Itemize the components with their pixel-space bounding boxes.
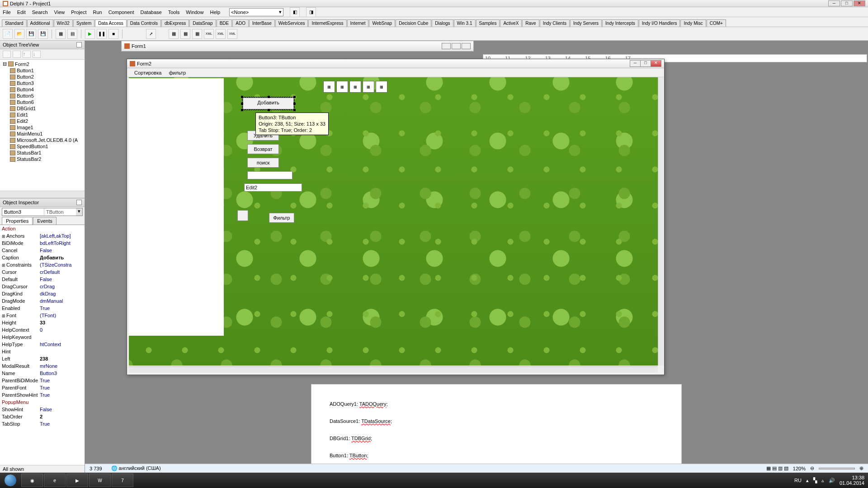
palette-tab[interactable]: Indy Misc [680, 19, 706, 27]
property-row[interactable]: Font(TFont) [0, 312, 85, 319]
property-row[interactable]: CursorcrDefault [0, 268, 85, 276]
tray-icon[interactable]: ▴ [806, 478, 809, 483]
form1-max-button[interactable] [452, 43, 461, 49]
close-button[interactable]: ✕ [854, 0, 865, 6]
tree-node[interactable]: SpeedButton1 [1, 143, 84, 150]
component-icon[interactable]: XML [227, 29, 237, 39]
ado-component-icon[interactable]: ▦ [376, 81, 387, 93]
menu-window[interactable]: Window [186, 9, 203, 15]
menu-component[interactable]: Component [108, 9, 134, 15]
form2-menu-filter[interactable]: фильтр [169, 70, 186, 75]
palette-tab[interactable]: Samples [476, 19, 500, 27]
palette-tab[interactable]: Data Controls [127, 19, 161, 27]
palette-tab[interactable]: Indy Servers [570, 19, 602, 27]
property-row[interactable]: ParentShowHintTrue [0, 391, 85, 399]
tray-volume-icon[interactable]: 🔊 [829, 478, 835, 483]
dbgrid[interactable] [129, 78, 224, 336]
tree-tb-button[interactable] [13, 51, 21, 58]
status-words[interactable]: 3 739 [90, 466, 102, 471]
component-icon[interactable]: XML [204, 29, 214, 39]
tree-node[interactable]: MainMenu1 [1, 131, 84, 137]
property-row[interactable]: DragModedmManual [0, 297, 85, 305]
palette-tab[interactable]: InterBase [249, 19, 275, 27]
tree-node[interactable]: StatusBar2 [1, 156, 84, 162]
tree-down-icon[interactable]: ↓ [33, 51, 41, 58]
tray-network-icon[interactable]: ▵ [821, 478, 824, 483]
palette-tab[interactable]: Decision Cube [396, 19, 431, 27]
form1-close-button[interactable] [462, 43, 471, 49]
property-row[interactable]: CancelFalse [0, 247, 85, 254]
ado-component-icon[interactable]: ▦ [363, 81, 374, 93]
tree-node-form2[interactable]: ⊟Form2 [1, 61, 84, 67]
run-button[interactable]: ▶ [85, 29, 95, 39]
property-row[interactable]: NameButton3 [0, 370, 85, 377]
pin-icon[interactable] [76, 200, 82, 205]
property-row[interactable]: HelpTypehtContext [0, 341, 85, 348]
form2-client-area[interactable]: ▦ ▦ ▦ ▦ ▦ Добавить Button3: TBu [129, 77, 662, 366]
palette-tab[interactable]: COM+ [707, 19, 726, 27]
edit1-field[interactable] [247, 171, 292, 179]
palette-tab[interactable]: dbExpress [161, 19, 189, 27]
palette-tab[interactable]: Standard [2, 19, 27, 27]
form2-hscroll[interactable] [129, 366, 658, 373]
property-row[interactable]: ShowHintFalse [0, 406, 85, 413]
save-button[interactable]: 💾 [26, 29, 36, 39]
form2-close-button[interactable]: ✕ [651, 60, 661, 67]
tree-up-icon[interactable]: ↑ [23, 51, 31, 58]
property-row[interactable]: PopupMenu [0, 399, 85, 406]
property-row[interactable]: TabOrder2 [0, 413, 85, 420]
ado-component-icon[interactable]: ▦ [349, 81, 361, 93]
project-combo[interactable]: <None>▾ [229, 8, 283, 16]
palette-tab[interactable]: Indy Intercepts [602, 19, 638, 27]
button-add[interactable]: Добавить [243, 98, 294, 109]
pause-button[interactable]: ❚❚ [97, 29, 107, 39]
property-row[interactable]: DefaultFalse [0, 276, 85, 283]
palette-tab[interactable]: Internet [347, 19, 369, 27]
tab-properties[interactable]: Properties [2, 217, 33, 225]
button-return[interactable]: Возврат [247, 144, 279, 154]
dropdown-icon[interactable]: ▾ [76, 208, 82, 216]
palette-tab[interactable]: WebSnap [369, 19, 395, 27]
property-row[interactable]: Height33 [0, 319, 85, 326]
form2-min-button[interactable]: ─ [630, 60, 641, 67]
new-button[interactable]: 📄 [3, 29, 13, 39]
palette-tab[interactable]: BDE [217, 19, 232, 27]
menu-view[interactable]: View [54, 9, 65, 15]
palette-tab[interactable]: Data Access [95, 19, 127, 27]
palette-tab[interactable]: Rave [522, 19, 539, 27]
edit2-field[interactable]: Edit2 [244, 183, 302, 192]
tree-node[interactable]: StatusBar1 [1, 150, 84, 156]
component-icon[interactable]: ▦ [192, 29, 202, 39]
tree-node[interactable]: Button6 [1, 99, 84, 105]
menu-help[interactable]: Help [210, 9, 220, 15]
property-row[interactable]: Constraints(TSizeConstra [0, 261, 85, 268]
property-row[interactable]: ParentBiDiModeTrue [0, 377, 85, 384]
property-row[interactable]: TabStopTrue [0, 420, 85, 427]
tree-scrollbar[interactable] [0, 191, 85, 198]
component-icon[interactable]: ▦ [180, 29, 190, 39]
property-row[interactable]: Left238 [0, 355, 85, 362]
palette-tab[interactable]: Indy I/O Handlers [639, 19, 680, 27]
tree-tb-button[interactable] [3, 51, 11, 58]
form2-max-button[interactable]: □ [640, 60, 651, 67]
component-icon[interactable]: XML [216, 29, 226, 39]
property-row[interactable]: Anchors[akLeft,akTop] [0, 232, 85, 239]
property-row[interactable]: ParentFontTrue [0, 384, 85, 391]
tree-node[interactable]: DBGrid1 [1, 105, 84, 112]
form2-menu-sort[interactable]: Сортировка [134, 70, 161, 75]
ado-component-icon[interactable]: ▦ [336, 81, 348, 93]
palette-tab[interactable]: ADO [232, 19, 249, 27]
system-tray[interactable]: RU ▴ ▚ ▵ 🔊 13:38 01.04.2014 [791, 475, 868, 486]
maximize-button[interactable]: □ [841, 0, 853, 6]
toolbar-icon[interactable]: ◨ [306, 7, 316, 17]
tray-clock[interactable]: 13:38 01.04.2014 [840, 475, 864, 486]
tree-node[interactable]: Button3 [1, 80, 84, 86]
tree-node[interactable]: Button2 [1, 74, 84, 80]
task-delphi[interactable]: 7 [112, 474, 133, 487]
button-filter[interactable]: Фильтр [269, 213, 294, 223]
form2-window[interactable]: Form2 ─ □ ✕ Сортировка фильтр ▦ ▦ ▦ ▦ [127, 59, 665, 375]
property-row[interactable]: ModalResultmrNone [0, 362, 85, 370]
form1-min-button[interactable] [442, 43, 451, 49]
property-row[interactable]: HelpKeyword [0, 333, 85, 341]
tree-node[interactable]: Button4 [1, 86, 84, 93]
